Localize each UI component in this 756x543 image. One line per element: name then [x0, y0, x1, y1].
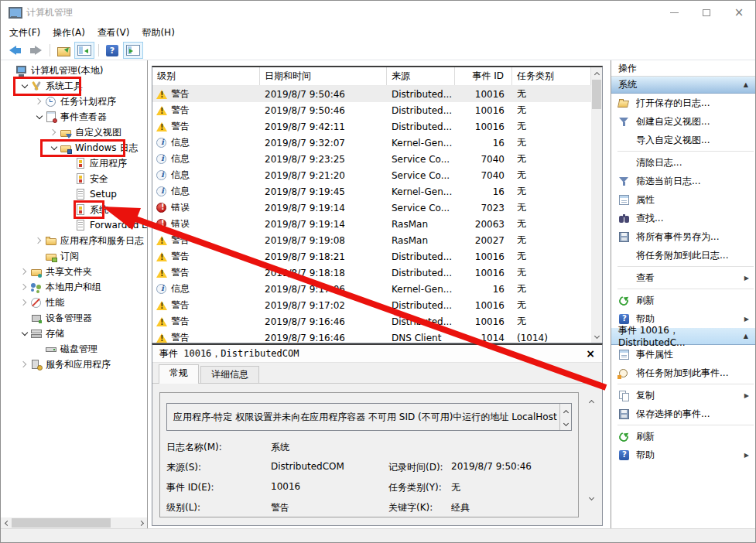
back-button[interactable]: [5, 42, 25, 59]
event-row[interactable]: 警告2019/8/7 9:16:46DNS Client1014(1014): [152, 330, 591, 343]
spin-down-icon[interactable]: [563, 421, 568, 426]
minimize-button[interactable]: [658, 1, 690, 24]
collapse-icon[interactable]: ▲: [744, 81, 748, 88]
event-row[interactable]: 信息2019/8/7 9:32:07Kernel-Gen...16无: [152, 135, 591, 151]
tree-item[interactable]: 应用程序和服务日志: [1, 233, 147, 248]
action-item[interactable]: 帮助▶: [611, 446, 755, 464]
tree-item[interactable]: 应用程序: [1, 155, 147, 171]
action-item[interactable]: 查看▶: [611, 268, 755, 287]
action-item[interactable]: 清除日志...: [611, 153, 755, 172]
tree-item[interactable]: 系统: [1, 202, 147, 217]
tree-item[interactable]: 计算机管理(本地): [1, 63, 147, 78]
scroll-left-icon[interactable]: [1, 517, 12, 528]
tree-item[interactable]: Windows 日志: [1, 140, 147, 155]
column-header-3[interactable]: 事件 ID: [455, 67, 512, 85]
tree-item[interactable]: Forwarded Events: [1, 217, 147, 233]
detail-scroll-up-icon[interactable]: [586, 396, 597, 407]
expander-icon[interactable]: [19, 269, 30, 274]
tree-item[interactable]: 性能: [1, 295, 147, 310]
event-row[interactable]: 错误2019/8/7 9:19:14Service Co...7023无: [152, 200, 591, 216]
expander-icon[interactable]: [33, 99, 45, 104]
tree-item[interactable]: 磁盘管理: [1, 341, 147, 357]
event-row[interactable]: 信息2019/8/7 9:19:45Kernel-Gen...16无: [152, 183, 591, 200]
event-row[interactable]: 信息2019/8/7 9:23:25Service Co...7040无: [152, 151, 591, 167]
menu-item-1[interactable]: 操作(A): [46, 25, 91, 41]
tree-item[interactable]: 任务计划程序: [1, 94, 147, 109]
action-item[interactable]: 刷新: [611, 291, 755, 309]
action-item[interactable]: 创建自定义视图...: [611, 112, 755, 131]
event-message-box[interactable]: 应用程序-特定 权限设置并未向在应用程序容器 不可用 SID (不可用)中运行的…: [166, 403, 572, 431]
expander-icon[interactable]: [19, 362, 30, 367]
menu-item-0[interactable]: 文件(F): [3, 25, 46, 41]
menu-item-2[interactable]: 查看(V): [91, 25, 136, 41]
action-item[interactable]: 属性: [611, 190, 755, 209]
event-row[interactable]: 错误2019/8/7 9:19:14RasMan20063无: [152, 216, 591, 232]
tree-item[interactable]: 共享文件夹: [1, 264, 147, 279]
tree-item[interactable]: 存储: [1, 326, 147, 341]
collapse-icon[interactable]: ▲: [744, 333, 748, 340]
column-header-1[interactable]: 日期和时间: [260, 67, 387, 85]
scroll-up-icon[interactable]: [591, 67, 602, 79]
event-list-scrollbar[interactable]: [591, 67, 602, 343]
event-row[interactable]: 警告2019/8/7 9:16:46Distributed...10016无: [152, 313, 591, 330]
event-row[interactable]: 警告2019/8/7 9:17:02Distributed...10016无: [152, 297, 591, 313]
expander-icon[interactable]: [19, 85, 30, 87]
tree-item[interactable]: 事件查看器: [1, 109, 147, 125]
event-row[interactable]: 警告2019/8/7 9:42:11Distributed...10016无: [152, 118, 591, 135]
tree-item[interactable]: 服务和应用程序: [1, 357, 147, 372]
expander-icon[interactable]: [19, 333, 30, 335]
tree-horizontal-scrollbar[interactable]: [1, 517, 147, 528]
scroll-down-icon[interactable]: [591, 331, 602, 343]
tree-item[interactable]: Setup: [1, 186, 147, 202]
scrollbar-thumb[interactable]: [12, 518, 111, 528]
action-item[interactable]: 筛选当前日志...: [611, 172, 755, 190]
event-row[interactable]: 警告2019/8/7 9:18:21Distributed...10016无: [152, 248, 591, 265]
console-tree-toggle-button[interactable]: [74, 42, 94, 59]
tab-general[interactable]: 常规: [159, 364, 199, 384]
expander-icon[interactable]: [33, 238, 45, 243]
detail-scroll-down-icon[interactable]: [586, 493, 597, 504]
action-section-header[interactable]: 事件 10016，DistributedC...▲: [611, 328, 755, 345]
event-row[interactable]: 警告2019/8/7 9:19:08RasMan20027无: [152, 232, 591, 248]
event-row[interactable]: 警告2019/8/7 9:50:46Distributed...10016无: [152, 86, 591, 102]
action-item[interactable]: 刷新: [611, 427, 755, 446]
spin-up-icon[interactable]: [563, 410, 568, 415]
scrollbar-thumb[interactable]: [592, 80, 601, 109]
tree-item[interactable]: 自定义视图: [1, 125, 147, 140]
open-saved-log-button[interactable]: [53, 42, 74, 59]
tab-details[interactable]: 详细信息: [200, 366, 259, 383]
maximize-button[interactable]: [690, 1, 723, 24]
expander-icon[interactable]: [48, 130, 60, 135]
expander-icon[interactable]: [33, 116, 45, 118]
action-item[interactable]: 导入自定义视图...: [611, 131, 755, 149]
action-item[interactable]: 查找...: [611, 209, 755, 227]
action-item[interactable]: 打开保存的日志...: [611, 94, 755, 112]
event-row[interactable]: 警告2019/8/7 9:18:18Distributed...10016无: [152, 265, 591, 281]
help-button[interactable]: ?: [102, 42, 122, 59]
scroll-right-icon[interactable]: [136, 517, 147, 528]
tree-item[interactable]: 本地用户和组: [1, 279, 147, 295]
event-row[interactable]: 信息2019/8/7 9:17:06Kernel-Gen...16无: [152, 281, 591, 297]
close-button[interactable]: ×: [723, 1, 755, 24]
forward-button[interactable]: [26, 42, 46, 59]
menu-item-3[interactable]: 帮助(H): [135, 25, 180, 41]
detail-close-button[interactable]: ×: [586, 348, 595, 359]
column-header-2[interactable]: 来源: [387, 67, 455, 85]
column-header-4[interactable]: 任务类别: [512, 67, 591, 85]
action-item[interactable]: 保存选择的事件...: [611, 405, 755, 423]
expander-icon[interactable]: [48, 147, 60, 149]
column-header-0[interactable]: 级别: [152, 67, 260, 85]
action-item[interactable]: 将任务附加到此日志...: [611, 246, 755, 265]
event-row[interactable]: 警告2019/8/7 9:50:46Distributed...10016无: [152, 102, 591, 118]
tree-item[interactable]: 系统工具: [1, 78, 147, 94]
tree-item[interactable]: 设备管理器: [1, 310, 147, 326]
expander-icon[interactable]: [19, 285, 30, 289]
action-section-header[interactable]: 系统▲: [611, 77, 755, 94]
tree-item[interactable]: 安全: [1, 171, 147, 186]
tree-item[interactable]: 订阅: [1, 248, 147, 264]
action-item[interactable]: 将所有事件另存为...: [611, 227, 755, 246]
action-item[interactable]: 复制▶: [611, 386, 755, 405]
expander-icon[interactable]: [19, 300, 30, 305]
action-item[interactable]: 将任务附加到此事件...: [611, 364, 755, 382]
action-pane-toggle-button[interactable]: [123, 42, 143, 59]
